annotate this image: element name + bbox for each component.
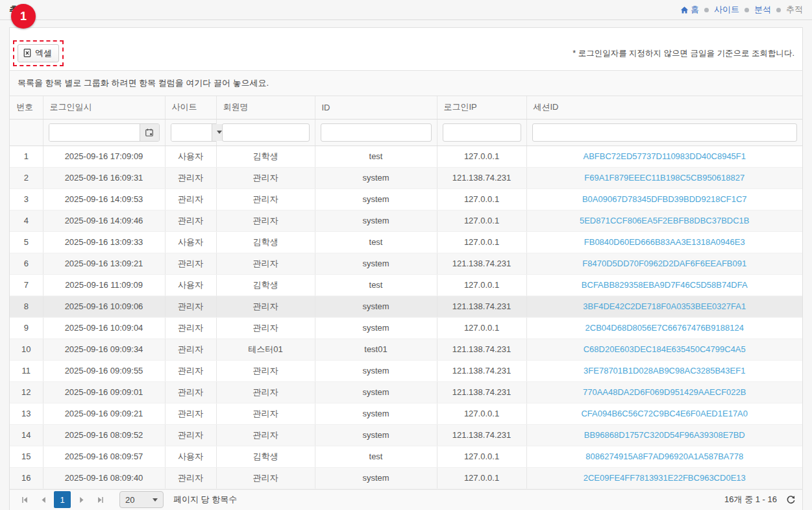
cell-datetime: 2025-09-16 08:09:52: [43, 424, 165, 446]
chevron-down-icon: [153, 498, 158, 502]
grid-filter-row: [10, 119, 802, 146]
calendar-button[interactable]: [140, 124, 159, 141]
column-header-session[interactable]: 세션ID: [526, 96, 802, 119]
cell-session: 2CE09FE4FF7813931E22FBC963CD0E13: [526, 467, 802, 489]
cell-site: 사용자: [165, 274, 216, 296]
cell-member: 김학생: [216, 146, 315, 167]
cell-site: 관리자: [165, 467, 216, 489]
session-id-link[interactable]: F69A1F879EEEC11B198C5CB950618827: [584, 173, 744, 183]
cell-no: 12: [10, 381, 43, 403]
session-id-link[interactable]: 5ED871CCF806EA5F2EBFB8DBC37BDC1B: [580, 216, 750, 225]
group-by-drop-area[interactable]: 목록을 항목 별로 그룹화 하려면 항목 컬럼을 여기다 끌어 놓으세요.: [10, 71, 802, 96]
breadcrumb-current: 추적: [786, 4, 803, 16]
cell-member: 관리자: [216, 381, 315, 403]
next-page-button[interactable]: [74, 492, 90, 507]
cell-session: 5ED871CCF806EA5F2EBFB8DBC37BDC1B: [526, 210, 802, 231]
breadcrumb-home-link[interactable]: 홈: [680, 4, 699, 16]
session-id-link[interactable]: 3BF4DE42C2DE718F0A0353BEE0327FA1: [583, 301, 746, 311]
cell-no: 8: [10, 296, 43, 317]
page-size-label: 페이지 당 항목수: [173, 494, 237, 505]
session-id-link[interactable]: BB96868D1757C320D54F96A39308E7BD: [584, 430, 745, 440]
excel-button-label: 엑셀: [35, 47, 52, 59]
cell-session: F69A1F879EEEC11B198C5CB950618827: [526, 167, 802, 188]
last-page-button[interactable]: [93, 492, 108, 507]
session-id-link[interactable]: C68D20E603DEC184E635450C4799C4A5: [584, 344, 746, 354]
column-header-id[interactable]: ID: [315, 96, 437, 119]
cell-id: system: [315, 424, 437, 446]
session-id-link[interactable]: FB0840D60ED666B83AA3E1318A0946E3: [584, 237, 745, 247]
table-row[interactable]: 5 2025-09-16 13:09:33 사용자 김학생 test 127.0…: [10, 231, 802, 253]
cell-ip: 121.138.74.231: [437, 381, 526, 403]
cell-ip: 127.0.0.1: [437, 146, 526, 167]
table-row[interactable]: 13 2025-09-16 09:09:21 관리자 관리자 system 12…: [10, 403, 802, 424]
cell-member: 김학생: [216, 231, 315, 253]
cell-datetime: 2025-09-16 09:09:34: [43, 338, 165, 360]
excel-export-button[interactable]: 엑셀: [18, 44, 59, 62]
member-filter-input[interactable]: [222, 123, 310, 142]
top-bar: 추적 홈 사이트 분석 추적: [0, 0, 812, 20]
cell-datetime: 2025-09-16 14:09:46: [43, 210, 165, 231]
cell-member: 관리자: [216, 403, 315, 424]
session-id-link[interactable]: 3FE78701B1D028AB9C98AC3285B43EF1: [584, 366, 745, 376]
page-size-dropdown[interactable]: 20: [119, 491, 164, 508]
first-page-button[interactable]: [16, 492, 32, 507]
cell-id: system: [315, 296, 437, 317]
table-row[interactable]: 8 2025-09-16 10:09:06 관리자 관리자 system 121…: [10, 296, 802, 317]
table-row[interactable]: 7 2025-09-16 11:09:09 사용자 김학생 test 127.0…: [10, 274, 802, 296]
cell-session: CFA094B6C56C72C9BC4E6F0AED1E17A0: [526, 403, 802, 424]
cell-no: 13: [10, 403, 43, 424]
cell-datetime: 2025-09-16 13:09:21: [43, 253, 165, 274]
login-date-filter-input[interactable]: [49, 124, 140, 141]
table-row[interactable]: 1 2025-09-16 17:09:09 사용자 김학생 test 127.0…: [10, 146, 802, 167]
session-id-link[interactable]: F8470D5DD70F0962D2DAF6F6EEAFB091: [582, 259, 746, 268]
excel-annotation-box: 엑셀: [13, 40, 64, 66]
session-id-link[interactable]: 2CB04D68D8056E7C66767476B9188124: [585, 323, 744, 333]
session-id-link[interactable]: ABFBC72ED57737D110983DD40C8945F1: [583, 151, 746, 161]
cell-site: 관리자: [165, 338, 216, 360]
site-filter-input[interactable]: [171, 124, 212, 141]
table-row[interactable]: 10 2025-09-16 09:09:34 관리자 테스터01 test01 …: [10, 338, 802, 360]
table-row[interactable]: 3 2025-09-16 14:09:53 관리자 관리자 system 127…: [10, 188, 802, 210]
cell-ip: 121.138.74.231: [437, 296, 526, 317]
table-row[interactable]: 16 2025-09-16 08:09:40 관리자 관리자 system 12…: [10, 467, 802, 489]
previous-page-button[interactable]: [35, 492, 51, 507]
session-id-link[interactable]: BCFABB829358EBA9D7F46C5D58B74DFA: [582, 280, 748, 290]
cell-ip: 127.0.0.1: [437, 274, 526, 296]
ip-filter-input[interactable]: [443, 123, 521, 142]
cell-id: system: [315, 403, 437, 424]
table-row[interactable]: 9 2025-09-16 10:09:04 관리자 관리자 system 127…: [10, 317, 802, 338]
session-id-link[interactable]: CFA094B6C56C72C9BC4E6F0AED1E17A0: [581, 409, 748, 418]
cell-id: system: [315, 210, 437, 231]
cell-member: 김학생: [216, 274, 315, 296]
session-id-link[interactable]: 8086274915A8F7AD96920A1A587BA778: [585, 452, 743, 461]
cell-session: 2CB04D68D8056E7C66767476B9188124: [526, 317, 802, 338]
column-header-no[interactable]: 번호: [10, 96, 43, 119]
cell-ip: 127.0.0.1: [437, 317, 526, 338]
session-id-link[interactable]: B0A09067D78345DFBD39BDD9218CF1C7: [582, 194, 747, 204]
breadcrumb-site-link[interactable]: 사이트: [714, 4, 739, 16]
table-row[interactable]: 12 2025-09-16 09:09:01 관리자 관리자 system 12…: [10, 381, 802, 403]
page-1-button[interactable]: 1: [54, 491, 71, 508]
column-header-ip[interactable]: 로그인IP: [437, 96, 526, 119]
session-id-link[interactable]: 770AA48DA2D6F069D951429AAECF022B: [583, 387, 746, 397]
column-header-member[interactable]: 회원명: [216, 96, 315, 119]
breadcrumb-analysis-link[interactable]: 분석: [754, 4, 771, 16]
table-row[interactable]: 2 2025-09-16 16:09:31 관리자 관리자 system 121…: [10, 167, 802, 188]
column-header-site[interactable]: 사이트: [165, 96, 216, 119]
cell-datetime: 2025-09-16 08:09:57: [43, 446, 165, 467]
table-row[interactable]: 11 2025-09-16 09:09:55 관리자 관리자 system 12…: [10, 360, 802, 381]
home-icon: [680, 6, 689, 14]
cell-session: BCFABB829358EBA9D7F46C5D58B74DFA: [526, 274, 802, 296]
id-filter-input[interactable]: [321, 123, 432, 142]
cell-datetime: 2025-09-16 09:09:55: [43, 360, 165, 381]
content-panel: 엑셀 * 로그인일자를 지정하지 않으면 금일을 기준으로 조회합니다. 목록을…: [9, 27, 803, 510]
refresh-button[interactable]: [786, 495, 796, 505]
table-row[interactable]: 14 2025-09-16 08:09:52 관리자 관리자 system 12…: [10, 424, 802, 446]
column-header-datetime[interactable]: 로그인일시: [43, 96, 165, 119]
table-row[interactable]: 6 2025-09-16 13:09:21 관리자 관리자 system 121…: [10, 253, 802, 274]
session-id-link[interactable]: 2CE09FE4FF7813931E22FBC963CD0E13: [584, 473, 746, 483]
session-filter-input[interactable]: [532, 123, 798, 142]
table-row[interactable]: 15 2025-09-16 08:09:57 사용자 김학생 test 127.…: [10, 446, 802, 467]
table-row[interactable]: 4 2025-09-16 14:09:46 관리자 관리자 system 127…: [10, 210, 802, 231]
cell-id: test: [315, 274, 437, 296]
